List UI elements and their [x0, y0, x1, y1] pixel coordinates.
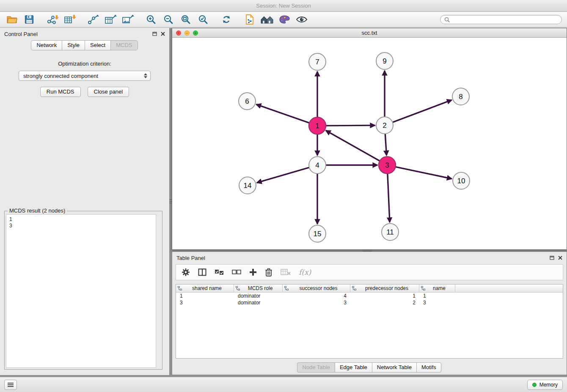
import-network-button[interactable] — [46, 13, 59, 26]
memory-button[interactable]: Memory — [527, 380, 563, 390]
export-table-button[interactable] — [104, 13, 117, 26]
column-type-icon — [421, 286, 425, 291]
column-header-name[interactable]: name — [419, 284, 455, 292]
table-tabs: Node TableEdge TableNetwork TableMotifs — [172, 362, 567, 373]
table-settings-button[interactable] — [182, 268, 190, 276]
open-session-button[interactable] — [5, 13, 19, 26]
criterion-dropdown[interactable]: strongly connected component — [19, 71, 151, 81]
tab-edge-table[interactable]: Edge Table — [335, 362, 372, 373]
tab-network-table[interactable]: Network Table — [372, 362, 417, 373]
tab-style[interactable]: Style — [62, 40, 85, 50]
column-header-successor-nodes[interactable]: successor nodes — [283, 284, 350, 292]
node-11[interactable]: 11 — [382, 224, 399, 240]
import-table-button[interactable] — [63, 13, 77, 26]
close-control-panel-button[interactable] — [161, 32, 165, 36]
mcds-buttons: Run MCDS Close panel — [0, 87, 169, 97]
delete-table-icon — [281, 268, 291, 276]
node-table[interactable]: shared nameMCDS rolesuccessor nodesprede… — [176, 284, 563, 359]
run-mcds-button[interactable]: Run MCDS — [40, 87, 81, 97]
float-control-panel-button[interactable] — [152, 32, 157, 36]
gear-icon — [182, 268, 190, 276]
memory-label: Memory — [539, 382, 558, 388]
node-7[interactable]: 7 — [309, 53, 326, 70]
home-icon — [260, 15, 274, 24]
window-titlebar[interactable]: Session: New Session — [0, 0, 567, 12]
network-canvas[interactable]: 7968124314101511 — [172, 38, 567, 249]
show-columns-button[interactable] — [198, 268, 206, 276]
mcds-result-text[interactable]: 1 3 — [6, 214, 156, 368]
column-header-predecessor-nodes[interactable]: predecessor nodes — [350, 284, 419, 292]
add-column-button[interactable] — [249, 268, 257, 276]
search-box[interactable] — [440, 15, 562, 24]
delete-column-button[interactable] — [265, 268, 272, 276]
node-4[interactable]: 4 — [309, 157, 326, 174]
zoom-selected-button[interactable] — [196, 13, 210, 26]
traffic-lights: × − + — [176, 30, 198, 36]
edge-1-2[interactable] — [326, 125, 375, 126]
close-mcds-panel-button[interactable]: Close panel — [88, 87, 129, 97]
fx-function-builder-button[interactable]: f(x) — [299, 268, 311, 276]
unselect-all-columns-button[interactable] — [232, 269, 241, 275]
node-9[interactable]: 9 — [376, 52, 393, 69]
style-button[interactable] — [278, 13, 291, 26]
node-10[interactable]: 10 — [453, 172, 470, 189]
refresh-view-button[interactable] — [220, 13, 233, 26]
plus-icon — [249, 268, 257, 276]
zoom-fit-button[interactable] — [179, 13, 193, 26]
edge-4-14[interactable] — [257, 168, 309, 183]
save-session-button[interactable] — [22, 13, 36, 26]
node-6[interactable]: 6 — [239, 93, 256, 110]
table-row[interactable]: 3dominator323 — [176, 299, 563, 306]
export-image-icon — [122, 14, 134, 25]
node-2[interactable]: 2 — [376, 117, 393, 134]
node-label: 14 — [244, 182, 252, 190]
import-public-network-button[interactable] — [243, 13, 256, 26]
edge-3-10[interactable] — [396, 167, 452, 179]
node-8[interactable]: 8 — [452, 88, 469, 105]
column-header-mcds-role[interactable]: MCDS role — [234, 284, 283, 292]
node-label: 2 — [383, 121, 386, 130]
save-icon — [25, 15, 34, 24]
node-label: 11 — [386, 228, 394, 236]
tab-node-table[interactable]: Node Table — [297, 362, 335, 373]
show-hide-button[interactable] — [295, 13, 308, 26]
zoom-in-button[interactable] — [144, 13, 158, 26]
edge-2-3[interactable] — [385, 134, 386, 155]
export-network-button[interactable] — [86, 13, 100, 26]
node-label: 4 — [315, 161, 319, 169]
table-row[interactable]: 1dominator411 — [176, 293, 563, 299]
node-15[interactable]: 15 — [309, 225, 326, 242]
edge-2-8[interactable] — [393, 100, 452, 122]
zoom-out-button[interactable] — [162, 13, 175, 26]
task-history-button[interactable] — [4, 380, 17, 390]
tab-mcds[interactable]: MCDS — [110, 40, 138, 50]
column-header-shared-name[interactable]: shared name — [176, 284, 234, 292]
float-table-panel-button[interactable] — [550, 256, 554, 260]
control-panel-tabs: NetworkStyleSelectMCDS — [0, 40, 169, 50]
home-button[interactable] — [260, 13, 274, 26]
close-icon — [161, 32, 165, 36]
edge-3-11[interactable] — [388, 174, 390, 222]
close-window-button[interactable]: × — [176, 30, 181, 36]
float-window-icon — [152, 32, 157, 36]
select-all-columns-button[interactable] — [215, 269, 224, 275]
close-table-panel-button[interactable] — [558, 256, 562, 260]
search-input[interactable] — [452, 17, 558, 22]
minimize-window-button[interactable]: − — [184, 30, 190, 36]
tab-select[interactable]: Select — [85, 40, 111, 50]
node-14[interactable]: 14 — [239, 177, 256, 194]
delete-table-button[interactable] — [281, 268, 291, 276]
tab-motifs[interactable]: Motifs — [416, 362, 441, 373]
network-canvas-svg: 7968124314101511 — [172, 38, 567, 249]
node-1[interactable]: 1 — [309, 117, 326, 134]
edge-1-6[interactable] — [256, 105, 309, 123]
network-window-titlebar[interactable]: scc.txt × − + — [172, 28, 567, 38]
tab-network[interactable]: Network — [31, 40, 62, 50]
column-header-label: name — [425, 285, 453, 291]
list-icon — [7, 382, 14, 387]
node-3[interactable]: 3 — [379, 157, 396, 174]
maximize-window-button[interactable]: + — [193, 30, 198, 36]
edge-3-1[interactable] — [326, 130, 380, 161]
zoom-out-icon — [163, 14, 173, 25]
export-image-button[interactable] — [121, 13, 135, 26]
